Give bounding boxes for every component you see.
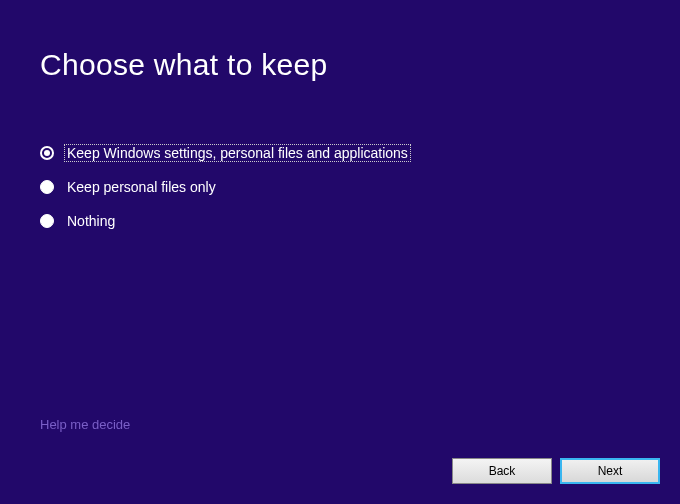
option-label: Keep personal files only [64, 178, 219, 196]
help-link[interactable]: Help me decide [40, 417, 130, 432]
option-nothing[interactable]: Nothing [40, 212, 640, 230]
option-keep-all[interactable]: Keep Windows settings, personal files an… [40, 144, 640, 162]
option-keep-files[interactable]: Keep personal files only [40, 178, 640, 196]
option-label: Keep Windows settings, personal files an… [64, 144, 411, 162]
keep-options-group: Keep Windows settings, personal files an… [40, 144, 640, 230]
back-button[interactable]: Back [452, 458, 552, 484]
radio-icon [40, 146, 54, 160]
button-bar: Back Next [452, 458, 660, 484]
radio-icon [40, 180, 54, 194]
radio-icon [40, 214, 54, 228]
next-button[interactable]: Next [560, 458, 660, 484]
option-label: Nothing [64, 212, 118, 230]
page-title: Choose what to keep [40, 48, 640, 82]
